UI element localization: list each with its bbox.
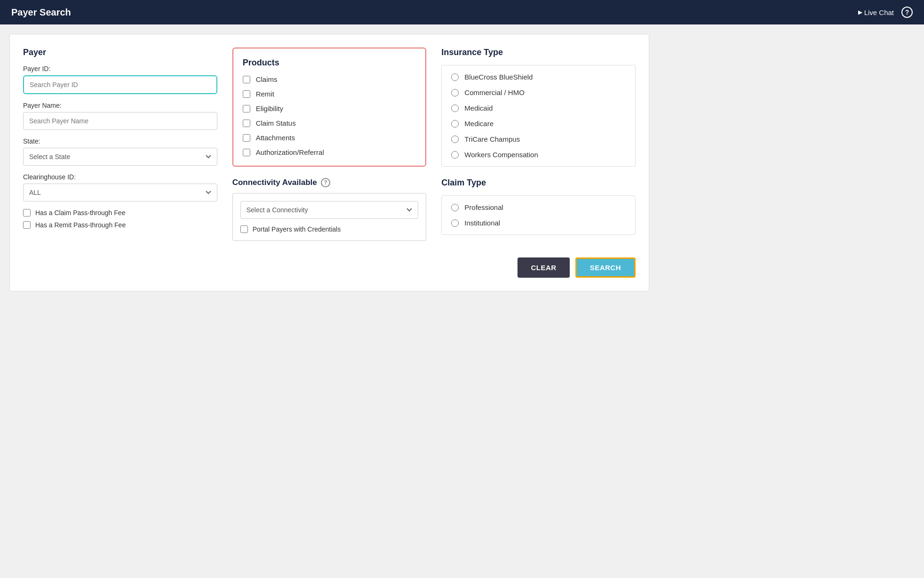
professional-label[interactable]: Professional (464, 203, 503, 211)
medicaid-radio[interactable] (451, 104, 459, 112)
medicare-radio[interactable] (451, 120, 459, 128)
attachments-label[interactable]: Attachments (256, 134, 295, 142)
eligibility-checkbox[interactable] (243, 105, 250, 112)
payer-id-input[interactable] (23, 75, 217, 94)
claims-checkbox[interactable] (243, 76, 250, 83)
insurance-workers-comp: Workers Compensation (451, 151, 626, 159)
claim-passthrough-checkbox[interactable] (23, 209, 31, 217)
main-content: Payer Payer ID: Payer Name: State: Selec… (0, 24, 924, 301)
claim-type-title: Claim Type (441, 178, 636, 188)
product-remit: Remit (243, 90, 416, 98)
authorization-checkbox[interactable] (243, 149, 250, 156)
attachments-checkbox[interactable] (243, 134, 250, 142)
live-chat-link[interactable]: Live Chat (858, 8, 894, 16)
claim-status-checkbox[interactable] (243, 120, 250, 127)
product-eligibility: Eligibility (243, 104, 416, 112)
portal-payers-checkbox[interactable] (240, 225, 248, 233)
payer-name-label: Payer Name: (23, 102, 217, 109)
help-icon[interactable]: ? (901, 7, 913, 18)
portal-payers-row: Portal Payers with Credentials (240, 225, 419, 233)
portal-payers-label[interactable]: Portal Payers with Credentials (253, 225, 341, 233)
claim-status-label[interactable]: Claim Status (256, 119, 296, 127)
claim-type-professional: Professional (451, 203, 626, 211)
search-card: Payer Payer ID: Payer Name: State: Selec… (9, 34, 649, 291)
insurance-medicare: Medicare (451, 120, 626, 128)
remit-checkbox[interactable] (243, 90, 250, 98)
connectivity-box: Select a Connectivity Portal Payers with… (232, 193, 427, 241)
workers-comp-label[interactable]: Workers Compensation (464, 151, 538, 159)
insurance-title: Insurance Type (441, 48, 636, 57)
claim-type-box: Professional Institutional (441, 195, 636, 235)
bcbs-radio[interactable] (451, 73, 459, 81)
clearinghouse-label: Clearinghouse ID: (23, 173, 217, 181)
institutional-radio[interactable] (451, 219, 459, 227)
claim-passthrough-row: Has a Claim Pass-through Fee (23, 209, 217, 217)
app-header: Payer Search Live Chat ? (0, 0, 924, 24)
medicaid-label[interactable]: Medicaid (464, 104, 493, 112)
payer-id-label: Payer ID: (23, 65, 217, 72)
products-title: Products (243, 58, 416, 68)
remit-passthrough-checkbox[interactable] (23, 221, 31, 229)
payer-section-title: Payer (23, 48, 217, 57)
tricare-label[interactable]: TriCare Champus (464, 135, 520, 143)
workers-comp-radio[interactable] (451, 151, 459, 159)
header-right: Live Chat ? (858, 7, 913, 18)
claim-type-section: Claim Type Professional Institutional (441, 178, 636, 235)
medicare-label[interactable]: Medicare (464, 120, 494, 128)
commercial-hmo-radio[interactable] (451, 89, 459, 96)
bcbs-label[interactable]: BlueCross BlueShield (464, 73, 533, 81)
claim-passthrough-label[interactable]: Has a Claim Pass-through Fee (35, 209, 125, 217)
clearinghouse-select[interactable]: ALL (23, 184, 217, 201)
eligibility-label[interactable]: Eligibility (256, 104, 283, 112)
state-label: State: (23, 137, 217, 145)
claims-label[interactable]: Claims (256, 75, 278, 83)
tricare-radio[interactable] (451, 136, 459, 143)
search-button[interactable]: SEARCH (575, 257, 636, 278)
page-title: Payer Search (11, 7, 71, 18)
commercial-hmo-label[interactable]: Commercial / HMO (464, 88, 525, 96)
connectivity-select[interactable]: Select a Connectivity (240, 201, 419, 219)
connectivity-title: Connectivity Available ? (232, 178, 427, 187)
product-authorization: Authorization/Referral (243, 148, 416, 156)
clear-button[interactable]: CLEAR (518, 257, 569, 278)
left-column: Payer Payer ID: Payer Name: State: Selec… (23, 48, 217, 246)
insurance-tricare: TriCare Champus (451, 135, 626, 143)
product-attachments: Attachments (243, 134, 416, 142)
insurance-section: Insurance Type BlueCross BlueShield Comm… (441, 48, 636, 167)
connectivity-section: Connectivity Available ? Select a Connec… (232, 178, 427, 241)
state-select[interactable]: Select a State (23, 148, 217, 166)
institutional-label[interactable]: Institutional (464, 219, 500, 227)
professional-radio[interactable] (451, 204, 459, 211)
insurance-commercial: Commercial / HMO (451, 88, 626, 96)
authorization-label[interactable]: Authorization/Referral (256, 148, 324, 156)
connectivity-help-icon[interactable]: ? (321, 178, 330, 187)
insurance-box: BlueCross BlueShield Commercial / HMO Me… (441, 65, 636, 167)
remit-label[interactable]: Remit (256, 90, 274, 98)
remit-passthrough-label[interactable]: Has a Remit Pass-through Fee (35, 221, 126, 229)
insurance-bcbs: BlueCross BlueShield (451, 73, 626, 81)
claim-type-institutional: Institutional (451, 219, 626, 227)
insurance-medicaid: Medicaid (451, 104, 626, 112)
products-box: Products Claims Remit Eligibility (232, 48, 427, 167)
search-grid: Payer Payer ID: Payer Name: State: Selec… (23, 48, 636, 246)
buttons-row: CLEAR SEARCH (23, 257, 636, 278)
product-claim-status: Claim Status (243, 119, 416, 127)
middle-column: Products Claims Remit Eligibility (232, 48, 427, 246)
product-claims: Claims (243, 75, 416, 83)
payer-name-input[interactable] (23, 112, 217, 130)
connectivity-select-wrap: Select a Connectivity (240, 201, 419, 219)
right-column: Insurance Type BlueCross BlueShield Comm… (441, 48, 636, 246)
remit-passthrough-row: Has a Remit Pass-through Fee (23, 221, 217, 229)
